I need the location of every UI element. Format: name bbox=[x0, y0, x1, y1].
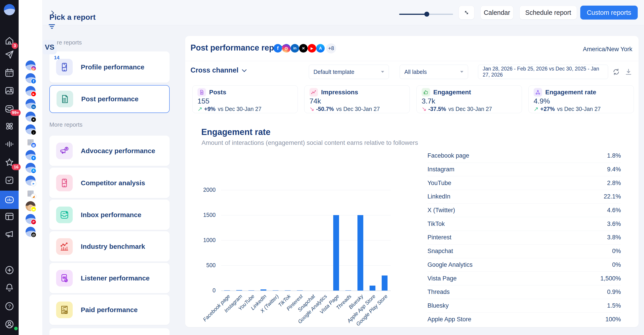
table-row: Pinterest 3.8% bbox=[428, 231, 621, 244]
help-icon: ? bbox=[4, 301, 14, 311]
sidebar-item-reports[interactable] bbox=[0, 191, 18, 209]
gridline bbox=[221, 290, 391, 291]
table-row-value: 3.6% bbox=[607, 220, 621, 227]
caret-down-icon bbox=[381, 71, 384, 73]
vista-social-app: 3 99+ 16 bbox=[0, 0, 644, 335]
layout-icon bbox=[4, 211, 14, 222]
sidebar-item-dashboard[interactable] bbox=[0, 208, 18, 224]
profile-avatar[interactable]: ◢ bbox=[26, 188, 36, 198]
table-row: Threads 0.9% bbox=[428, 285, 621, 299]
section-title: Engagement rate bbox=[201, 127, 270, 137]
brand-logo[interactable] bbox=[4, 4, 15, 15]
profile-avatar[interactable]: @ bbox=[26, 227, 36, 237]
collapse-panel-button[interactable] bbox=[48, 10, 55, 16]
listener-performance-icon bbox=[59, 273, 70, 283]
impressions-icon bbox=[311, 89, 316, 95]
expand-button[interactable] bbox=[459, 6, 474, 20]
report-card-cutoff[interactable] bbox=[49, 328, 170, 335]
nav-rail: 3 99+ 16 bbox=[0, 0, 18, 335]
diagonal-resize-icon bbox=[463, 9, 470, 16]
facebook-icon: f bbox=[274, 44, 282, 53]
sidebar-item-help[interactable]: ? bbox=[0, 298, 18, 314]
metric-delta: ↘ -50.7% vs Dec 30-Jan 27 bbox=[310, 106, 404, 112]
metric-label: Engagement bbox=[433, 89, 471, 96]
inbox-performance-icon bbox=[59, 210, 70, 220]
timezone-label: America/New York bbox=[583, 46, 632, 53]
report-title: Post performance report bbox=[190, 43, 285, 53]
profile-avatar[interactable]: ☁ bbox=[26, 201, 36, 211]
industry-benchmark-icon bbox=[59, 241, 70, 252]
chart-bar bbox=[285, 290, 290, 291]
profile-avatar[interactable]: ⊙ bbox=[26, 60, 36, 70]
report-card-inbox-performance[interactable]: Inbox performance bbox=[49, 200, 170, 230]
schedule-report-button[interactable]: Schedule report bbox=[520, 6, 577, 20]
extra-profiles-pill[interactable]: +8 bbox=[326, 43, 336, 54]
profile-avatar[interactable]: f bbox=[26, 73, 36, 83]
slider-knob[interactable] bbox=[424, 12, 429, 17]
profiles-filter-button[interactable] bbox=[48, 23, 56, 30]
report-card-profile-performance[interactable]: Profile performance bbox=[49, 52, 170, 83]
report-title-row: Post performance report f ⊙ in ✕ ▶ A +8 … bbox=[185, 36, 638, 61]
sidebar-item-calendar[interactable] bbox=[0, 65, 18, 81]
refresh-icon bbox=[612, 68, 620, 76]
sidebar-item-advocacy[interactable] bbox=[0, 226, 18, 242]
table-row-label: Threads bbox=[428, 288, 450, 295]
profile-avatar[interactable]: P bbox=[26, 214, 36, 224]
sidebar-item-tasks[interactable] bbox=[0, 172, 18, 188]
profile-avatar[interactable]: ▶ bbox=[26, 86, 36, 96]
refresh-button[interactable] bbox=[612, 68, 620, 76]
chevron-right-icon bbox=[49, 11, 54, 15]
profile-avatar[interactable]: ✦ bbox=[26, 150, 36, 160]
report-card-advocacy[interactable]: Advocacy performance bbox=[49, 136, 170, 166]
profile-avatar[interactable]: ▶ bbox=[26, 176, 36, 185]
table-row: LinkedIn 22.1% bbox=[428, 190, 621, 204]
profile-group-tab[interactable]: VS bbox=[42, 40, 57, 54]
advocacy-performance-icon bbox=[59, 146, 70, 156]
task-check-icon bbox=[4, 175, 14, 185]
chevron-down-icon bbox=[242, 67, 246, 72]
custom-reports-button[interactable]: Custom reports bbox=[580, 6, 638, 20]
platform-badge-icon: @ bbox=[31, 232, 36, 238]
metric-card-posts[interactable]: Posts 155 ↗ +9% vs Dec 30-Jan 27 bbox=[192, 85, 298, 113]
report-card-paid-performance[interactable]: Paid performance bbox=[49, 294, 170, 325]
template-value: Default template bbox=[314, 69, 354, 75]
metric-card-impressions[interactable]: Impressions 74k ↘ -50.7% vs Dec 30-Jan 2… bbox=[304, 85, 410, 113]
report-card-listener-performance[interactable]: Listener performance bbox=[49, 263, 170, 293]
date-range-picker[interactable]: Jan 28, 2026 - Feb 25, 2026 vs Dec 30, 2… bbox=[478, 65, 608, 79]
download-button[interactable] bbox=[624, 68, 632, 76]
sidebar-item-publish[interactable] bbox=[0, 47, 18, 63]
metric-delta: ↘ -37.5% vs Dec 30-Jan 27 bbox=[422, 106, 517, 112]
profile-avatar[interactable]: ♪ bbox=[26, 124, 36, 134]
trend-up-icon: ↗ bbox=[198, 106, 202, 112]
sidebar-item-create[interactable] bbox=[0, 262, 18, 278]
channel-dropdown[interactable]: Cross channel bbox=[190, 66, 246, 74]
sidebar-item-media[interactable] bbox=[0, 83, 18, 99]
sidebar-item-notifications[interactable] bbox=[0, 279, 18, 296]
gridline bbox=[221, 265, 391, 266]
platform-badge-icon: f bbox=[31, 78, 36, 84]
profile-avatar[interactable]: in bbox=[26, 99, 36, 109]
metric-card-engagement-rate[interactable]: Engagement rate 4.9% ↗ +27% vs Dec 30-Ja… bbox=[528, 85, 634, 113]
labels-select[interactable]: All labels bbox=[400, 65, 468, 79]
profile-avatar[interactable]: ✕ bbox=[26, 112, 36, 122]
more-reports-label: More reports bbox=[49, 121, 82, 128]
table-row-value: 9.4% bbox=[607, 166, 621, 173]
profiles-list: ⊙ f ▶ in ✕ bbox=[18, 60, 42, 240]
profile-avatar[interactable]: A bbox=[26, 163, 36, 173]
sidebar-item-connect[interactable] bbox=[0, 118, 18, 134]
calendar-button[interactable]: Calendar bbox=[480, 6, 514, 20]
profile-avatar[interactable]: ▤ bbox=[26, 137, 36, 147]
metric-label: Posts bbox=[209, 89, 226, 96]
metric-card-engagement[interactable]: Engagement 3.7k ↘ -37.5% vs Dec 30-Jan 2… bbox=[416, 85, 522, 113]
download-icon bbox=[624, 68, 632, 76]
sidebar-item-listening[interactable] bbox=[0, 136, 18, 152]
table-row-value: 0% bbox=[612, 248, 621, 255]
platform-badge-icon: A bbox=[31, 168, 36, 174]
zoom-slider[interactable] bbox=[399, 12, 453, 17]
report-card-post-performance[interactable]: Post performance bbox=[49, 85, 170, 113]
table-row-value: 3.8% bbox=[607, 234, 621, 241]
template-select[interactable]: Default template bbox=[309, 65, 389, 79]
report-card-industry-benchmark[interactable]: Industry benchmark bbox=[49, 231, 170, 262]
channel-label: Cross channel bbox=[190, 66, 238, 74]
report-card-competitor[interactable]: Competitor analysis bbox=[49, 168, 170, 198]
